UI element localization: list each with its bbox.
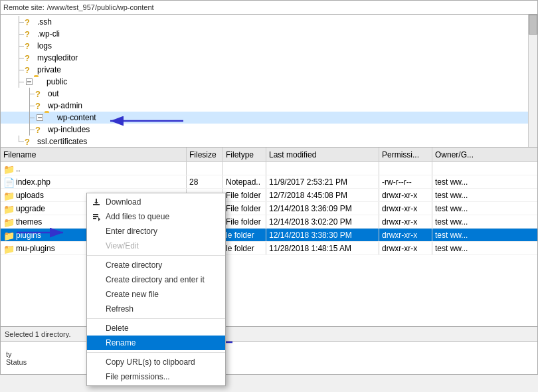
menu-item-create-new-file[interactable]: Create new file [87, 287, 225, 302]
php-file-icon: 📄 [3, 177, 14, 187]
table-row[interactable]: 📁 upgrade File folder 12/14/2018 3:36:09… [1, 202, 537, 215]
tree-item-out[interactable]: ? out [1, 88, 528, 100]
table-row[interactable]: 📁 mu-plugins le folder 11/28/2018 1:48:1… [1, 242, 537, 255]
menu-separator-3 [87, 352, 225, 353]
header-permissions[interactable]: Permissi... [379, 147, 432, 161]
file-list-container: Filename Filesize Filetype Last modified… [0, 147, 538, 327]
table-row-plugins-selected[interactable]: 📁 plugins le folder 12/14/2018 3:38:30 P… [1, 229, 537, 242]
menu-item-copy-urls[interactable]: Copy URL(s) to clipboard [87, 355, 225, 369]
cell-perms: drwxr-xr-x [379, 202, 432, 215]
table-row[interactable]: 📁 .. [1, 162, 537, 175]
menu-label-add-files: Add files to queue [106, 212, 169, 221]
cell-lastmod: 12/14/2018 3:36:09 PM [266, 202, 379, 215]
log-area: ty Status [0, 342, 538, 375]
tree-label-logs: logs [37, 41, 52, 50]
folder-icon [34, 77, 45, 86]
file-list-header: Filename Filesize Filetype Last modified… [1, 147, 537, 162]
table-row[interactable]: 📄 index.php 28 Notepad.. 11/9/2017 2:53:… [1, 175, 537, 189]
tree-item-private[interactable]: ? private [1, 64, 528, 76]
header-owner[interactable]: Owner/G... [432, 147, 537, 161]
tree-label-wpadmin: wp-admin [48, 101, 82, 110]
menu-label-refresh: Refresh [106, 304, 134, 314]
tree-item-wpadmin[interactable]: ? wp-admin [1, 100, 528, 112]
menu-item-download[interactable]: Download [87, 195, 225, 209]
folder-file-icon: 📁 [3, 244, 14, 253]
queue-icon [91, 211, 102, 222]
menu-label-create-new-file: Create new file [106, 290, 159, 299]
tree-item-logs[interactable]: ? logs [1, 40, 528, 52]
tree-content: ? .ssh ? .wp-cli ? logs ? mysqleditor [1, 15, 528, 147]
minus-icon [37, 114, 43, 121]
folder-file-icon: 📁 [3, 204, 14, 213]
file-tree: ? .ssh ? .wp-cli ? logs ? mysqleditor [0, 15, 538, 147]
menu-item-create-directory[interactable]: Create directory [87, 258, 225, 272]
menu-label-create-directory: Create directory [106, 260, 162, 270]
table-row[interactable]: 📁 uploads File folder 12/7/2018 4:45:08 … [1, 189, 537, 202]
cell-perms: drwxr-xr-x [379, 215, 432, 228]
cell-perms: drwxr-xr-x [379, 229, 432, 241]
tree-connector-last [14, 136, 25, 147]
cell-filetype: Notepad.. [223, 175, 266, 188]
tree-scrollbar-thumb[interactable] [529, 15, 537, 35]
expander-public[interactable] [25, 77, 34, 86]
menu-item-enter-directory[interactable]: Enter directory [87, 224, 225, 239]
menu-label-download: Download [106, 197, 141, 207]
tree-connector [14, 64, 25, 76]
table-row[interactable]: 📁 themes File folder 12/14/2018 3:02:20 … [1, 215, 537, 229]
svg-marker-9 [98, 217, 100, 221]
cell-filetype [223, 162, 266, 175]
folder-file-icon: 📁 [3, 231, 14, 240]
tree-item-ssh[interactable]: ? .ssh [1, 16, 528, 28]
tree-item-ssl[interactable]: ? ssl.certificates [1, 136, 528, 147]
status-text: Selected 1 directory. [5, 330, 70, 338]
menu-item-file-permissions[interactable]: File permissions... [87, 369, 225, 384]
tree-label-mysqleditor: mysqleditor [37, 53, 78, 62]
question-icon: ? [25, 137, 35, 146]
cell-lastmod [266, 162, 379, 175]
tree-connector [14, 28, 25, 40]
svg-rect-6 [93, 214, 98, 215]
question-icon: ? [25, 29, 35, 39]
log-label-ty: ty [6, 350, 26, 358]
cell-filesize [187, 162, 223, 175]
question-icon: ? [25, 53, 35, 62]
cell-filetype: File folder [223, 215, 266, 228]
tree-connector [14, 76, 25, 88]
cell-filetype: le folder [223, 242, 266, 254]
menu-item-refresh[interactable]: Refresh [87, 302, 225, 316]
tree-item-wpcontent[interactable]: wp-content [1, 112, 528, 124]
cell-owner: test ww... [432, 202, 537, 215]
question-icon: ? [25, 41, 35, 50]
header-filesize[interactable]: Filesize [187, 147, 223, 161]
header-filetype[interactable]: Filetype [223, 147, 266, 161]
tree-scrollbar[interactable] [528, 15, 537, 147]
menu-item-add-files[interactable]: Add files to queue [87, 209, 225, 224]
menu-item-create-directory-enter[interactable]: Create directory and enter it [87, 272, 225, 287]
tree-item-wpcli[interactable]: ? .wp-cli [1, 28, 528, 40]
remote-site-path: /www/test_957/public/wp-content [47, 3, 535, 11]
remote-site-bar: Remote site: /www/test_957/public/wp-con… [0, 0, 538, 15]
menu-label-enter-directory: Enter directory [106, 227, 157, 236]
cell-filesize: 28 [187, 175, 223, 188]
cell-lastmod: 12/7/2018 4:45:08 PM [266, 189, 379, 201]
cell-filename: 📁 .. [1, 162, 187, 175]
tree-item-wpincludes[interactable]: ? wp-includes [1, 124, 528, 136]
tree-label-wpcli: .wp-cli [37, 29, 60, 39]
tree-item-public[interactable]: public [1, 76, 528, 88]
expander-wpcontent[interactable] [35, 113, 45, 122]
menu-label-copy-urls: Copy URL(s) to clipboard [106, 357, 195, 367]
menu-item-delete[interactable]: Delete [87, 321, 225, 336]
log-column: ty Status [6, 350, 26, 366]
svg-rect-7 [93, 216, 98, 217]
tree-item-mysqleditor[interactable]: ? mysqleditor [1, 52, 528, 64]
tree-connector [25, 88, 35, 100]
cell-filetype: File folder [223, 189, 266, 201]
question-icon: ? [25, 17, 35, 27]
header-filename[interactable]: Filename [1, 147, 187, 161]
folder-file-icon: 📁 [3, 217, 14, 227]
menu-item-rename[interactable]: Rename [87, 336, 225, 350]
tree-connector [25, 112, 35, 124]
header-lastmodified[interactable]: Last modified [266, 147, 379, 161]
log-label-status: Status [6, 358, 26, 366]
tree-label-wpcontent: wp-content [57, 113, 96, 122]
